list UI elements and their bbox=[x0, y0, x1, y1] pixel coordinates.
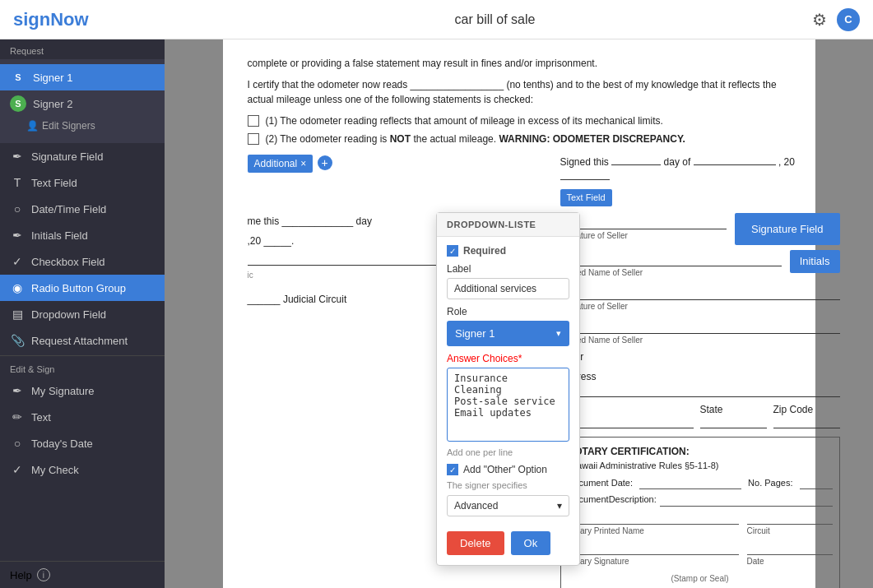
initials-container: Initials bbox=[790, 250, 840, 273]
additional-close-icon[interactable]: × bbox=[300, 156, 306, 171]
main-layout: Request S Signer 1 S Signer 2 👤 Edit Sig… bbox=[0, 39, 873, 588]
header-icons: ⚙ C bbox=[812, 8, 860, 31]
datetime-icon: ○ bbox=[10, 202, 25, 215]
sig-seller2-label: Signature of Seller bbox=[560, 300, 840, 313]
signature-field-badge[interactable]: Signature Field bbox=[735, 213, 839, 246]
dropdown-popup: DROPDOWN-LISTE Required Label Role bbox=[436, 212, 580, 566]
para2-text: I certify that the odometer now reads __… bbox=[248, 77, 791, 107]
sidebar-item-todays-date[interactable]: ○ Today's Date bbox=[0, 430, 165, 456]
date-icon: ○ bbox=[10, 437, 25, 450]
sidebar-item-text-field[interactable]: T Text Field bbox=[0, 169, 165, 196]
checkbox-row-2: (2) The odometer reading is NOT the actu… bbox=[248, 132, 791, 146]
edit-signers-label: Edit Signers bbox=[42, 120, 95, 132]
date-sig-line bbox=[747, 542, 833, 555]
text-icon: T bbox=[10, 176, 25, 189]
sidebar-item-request-attachment[interactable]: 📎 Request Attachment bbox=[0, 327, 165, 354]
ok-button[interactable]: Ok bbox=[511, 531, 551, 555]
sidebar-item-label: Signature Field bbox=[31, 150, 103, 163]
answer-choices-textarea[interactable]: Insurance Cleaning Post-sale service Ema… bbox=[447, 368, 569, 442]
popup-actions: Delete Ok bbox=[437, 525, 579, 555]
stamp-label: (Stamp or Seal) bbox=[568, 572, 833, 585]
notary-printed-label: Notary Printed Name bbox=[568, 525, 739, 537]
signers-section: S Signer 1 S Signer 2 👤 Edit Signers bbox=[0, 59, 165, 143]
logo: signNow bbox=[13, 9, 178, 30]
settings-icon[interactable]: ⚙ bbox=[812, 10, 827, 30]
logo-sign-text: sign bbox=[13, 9, 50, 30]
role-row: Role Signer 1 ▾ bbox=[447, 306, 569, 346]
help-bar[interactable]: Help i bbox=[0, 561, 165, 588]
sidebar-item-label: Initials Field bbox=[31, 229, 88, 242]
my-sig-icon: ✒ bbox=[10, 384, 25, 397]
role-field-label: Role bbox=[447, 306, 569, 317]
notary-sig-line bbox=[568, 542, 739, 555]
sidebar-item-label: Dropdown Field bbox=[31, 308, 106, 321]
advanced-row[interactable]: Advanced ▾ bbox=[447, 495, 569, 516]
state-line bbox=[700, 417, 767, 428]
odometer-checkbox-2[interactable] bbox=[248, 133, 259, 145]
header: signNow car bill of sale ⚙ C bbox=[0, 0, 873, 39]
edit-signers-btn[interactable]: 👤 Edit Signers bbox=[0, 117, 165, 138]
sidebar-item-my-signature[interactable]: ✒ My Signature bbox=[0, 377, 165, 404]
add-field-icon[interactable]: + bbox=[318, 155, 332, 170]
advanced-arrow-icon: ▾ bbox=[557, 500, 562, 512]
required-checkbox[interactable] bbox=[447, 245, 458, 257]
sidebar-item-label: My Signature bbox=[31, 385, 95, 397]
sig-seller2-line bbox=[560, 284, 840, 300]
delete-button[interactable]: Delete bbox=[447, 531, 504, 555]
answer-choices-row: Answer Choices* Insurance Cleaning Post-… bbox=[447, 353, 569, 457]
sidebar-item-initials-field[interactable]: ✒ Initials Field bbox=[0, 222, 165, 248]
signer-2-row[interactable]: S Signer 2 bbox=[0, 90, 165, 117]
add-per-line-hint: Add one per line bbox=[447, 447, 569, 457]
sidebar-item-label: Request Attachment bbox=[31, 335, 128, 347]
state-label: State bbox=[700, 404, 723, 415]
zip-label: Zip Code bbox=[773, 404, 814, 415]
text-field-container: Text Field bbox=[560, 189, 840, 206]
additional-badge-text: Additional bbox=[254, 156, 298, 171]
signer-1-row[interactable]: S Signer 1 bbox=[0, 64, 165, 90]
notary-sig-label: Notary Signature bbox=[568, 555, 739, 567]
dropdown-icon: ▤ bbox=[10, 308, 25, 321]
role-button[interactable]: Signer 1 ▾ bbox=[447, 321, 569, 346]
notary-box: NOTARY CERTIFICATION: (Hawaii Administra… bbox=[560, 437, 840, 588]
sidebar-item-dropdown-field[interactable]: ▤ Dropdown Field bbox=[0, 301, 165, 327]
sig-seller-line bbox=[560, 213, 727, 229]
required-label: Required bbox=[463, 245, 506, 257]
printed-seller2-label: Printed Name of Seller bbox=[560, 334, 840, 346]
sidebar-item-label: Checkbox Field bbox=[31, 256, 105, 268]
signer-1-avatar: S bbox=[10, 69, 26, 86]
role-value-text: Signer 1 bbox=[455, 327, 495, 340]
sidebar-item-my-check[interactable]: ✓ My Check bbox=[0, 456, 165, 483]
additional-tag[interactable]: Additional × bbox=[248, 155, 313, 173]
odometer-checkbox-1[interactable] bbox=[248, 115, 259, 127]
date-label: Date bbox=[747, 555, 833, 567]
text-field-badge[interactable]: Text Field bbox=[560, 189, 612, 206]
signer-2-avatar: S bbox=[10, 95, 26, 112]
sidebar-item-label: Radio Button Group bbox=[31, 282, 126, 294]
label-field-label: Label bbox=[447, 263, 569, 275]
sidebar-item-checkbox-field[interactable]: ✓ Checkbox Field bbox=[0, 248, 165, 275]
sidebar-item-signature-field[interactable]: ✒ Signature Field bbox=[0, 143, 165, 169]
sidebar-item-datetime-field[interactable]: ○ Date/Time Field bbox=[0, 196, 165, 222]
label-input[interactable] bbox=[447, 278, 569, 299]
attachment-icon: 📎 bbox=[10, 334, 25, 347]
required-row: Required bbox=[447, 245, 569, 257]
doc-date-line bbox=[639, 476, 741, 490]
same-day-text: me this _____________ day bbox=[248, 215, 372, 227]
user-avatar[interactable]: C bbox=[837, 8, 860, 31]
signature-icon: ✒ bbox=[10, 150, 25, 163]
signed-this-text: Signed this day of , 20 bbox=[560, 155, 840, 184]
sidebar-divider bbox=[0, 355, 165, 356]
sidebar-item-radio-group[interactable]: ◉ Radio Button Group bbox=[0, 275, 165, 301]
address-label: Address bbox=[560, 369, 840, 384]
initials-badge[interactable]: Initials bbox=[790, 250, 840, 273]
add-other-checkbox[interactable] bbox=[447, 464, 458, 475]
printed-seller-line bbox=[560, 250, 782, 266]
sidebar-item-label: Text bbox=[31, 411, 51, 424]
document-title: car bill of sale bbox=[178, 12, 812, 27]
checkbox-row-1: (1) The odometer reading reflects that a… bbox=[248, 113, 791, 128]
sidebar-item-text[interactable]: ✏ Text bbox=[0, 404, 165, 430]
document-area: complete or providing a false statement … bbox=[165, 39, 873, 588]
peter-name: Peter bbox=[560, 350, 840, 364]
sidebar-item-label: Date/Time Field bbox=[31, 203, 106, 215]
sidebar-item-label: Today's Date bbox=[31, 438, 93, 450]
